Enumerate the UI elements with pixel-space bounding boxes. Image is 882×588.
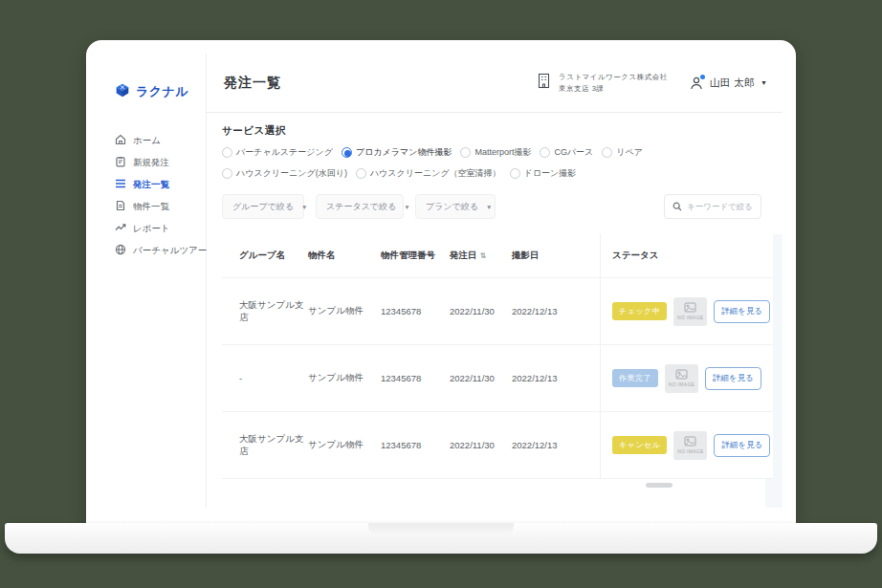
notification-dot <box>700 75 705 79</box>
cell-order-date: 2022/11/30 <box>450 306 512 316</box>
col-header-shooting-date: 撮影日 <box>512 250 600 262</box>
chart-line-icon <box>115 222 126 235</box>
laptop-screen: ラクナル ホーム <box>86 40 796 524</box>
brand-name: ラクナル <box>136 83 188 100</box>
cell-shooting-date: 2022/12/13 <box>512 440 600 450</box>
view-detail-button[interactable]: 詳細を見る <box>705 367 761 390</box>
radio-matterport[interactable]: Matterport撮影 <box>460 146 531 159</box>
laptop-mockup-stage: ラクナル ホーム <box>0 0 882 588</box>
page-title: 発注一覧 <box>224 75 281 92</box>
status-filter-dropdown[interactable]: ステータスで絞る ▼ <box>316 194 404 219</box>
col-header-status: ステータス <box>600 234 773 277</box>
radio-drone[interactable]: ドローン撮影 <box>510 167 577 180</box>
user-icon <box>689 76 704 91</box>
list-icon <box>115 178 126 191</box>
sidebar-item-label: 発注一覧 <box>133 179 169 191</box>
keyword-search[interactable] <box>664 194 761 219</box>
building-icon <box>537 73 551 93</box>
radio-icon <box>342 147 352 158</box>
view-detail-button[interactable]: 詳細を見る <box>714 434 770 457</box>
cell-order-date: 2022/11/30 <box>450 373 512 383</box>
radio-icon <box>540 147 550 158</box>
sort-icon[interactable]: ⇅ <box>480 251 487 260</box>
cell-order-date: 2022/11/30 <box>450 440 512 450</box>
horizontal-scrollbar-thumb[interactable] <box>646 483 673 488</box>
radio-icon <box>222 168 232 179</box>
cell-shooting-date: 2022/12/13 <box>512 306 600 316</box>
topbar: 発注一覧 ラストマイルワークス株式会社 東京支店 3課 <box>207 54 783 113</box>
sidebar-item-order-list[interactable]: 発注一覧 <box>99 178 206 191</box>
user-name: 山田 太郎 <box>710 76 755 90</box>
no-image-thumbnail: NO IMAGE <box>673 431 707 460</box>
col-header-group: グループ名 <box>222 250 308 262</box>
cell-group: 大阪サンプル支店 <box>222 299 308 324</box>
sidebar-item-label: 物件一覧 <box>133 201 169 213</box>
sidebar-item-label: 新規発注 <box>133 157 169 169</box>
sidebar-item-new-order[interactable]: 新規発注 <box>99 156 206 169</box>
orders-table: グループ名 物件名 物件管理番号 発注日 ⇅ 撮影日 ステータス <box>222 234 773 508</box>
table-row[interactable]: 大阪サンプル支店 サンプル物件 12345678 2022/11/30 2022… <box>222 412 773 479</box>
table-row-partial <box>222 479 773 508</box>
sidebar-item-home[interactable]: ホーム <box>99 134 206 147</box>
app-window: ラクナル ホーム <box>99 54 783 508</box>
col-header-property: 物件名 <box>308 250 381 262</box>
radio-icon <box>222 147 232 158</box>
radio-icon <box>510 168 520 179</box>
group-filter-dropdown[interactable]: グループで絞る ▼ <box>222 194 304 219</box>
col-header-order-date[interactable]: 発注日 ⇅ <box>450 250 512 262</box>
chevron-down-icon: ▼ <box>404 204 409 210</box>
company-info[interactable]: ラストマイルワークス株式会社 東京支店 3課 <box>559 72 668 95</box>
home-icon <box>115 134 126 147</box>
cell-management-no: 12345678 <box>381 440 450 450</box>
sidebar-item-report[interactable]: レポート <box>99 222 206 235</box>
status-badge: キャンセル <box>612 436 667 454</box>
filter-bar: グループで絞る ▼ ステータスで絞る ▼ プランで絞る ▼ <box>222 194 773 219</box>
sidebar-nav: ホーム 新規発注 <box>99 134 206 257</box>
radio-repair[interactable]: リペア <box>602 146 643 159</box>
cell-property: サンプル物件 <box>308 439 381 451</box>
clipboard-icon <box>115 156 126 169</box>
company-branch: 東京支店 3課 <box>559 83 668 95</box>
service-options: バーチャルステージング プロカメラマン物件撮影 Matterport撮影 <box>222 146 758 180</box>
sidebar: ラクナル ホーム <box>99 54 207 508</box>
radio-icon <box>602 147 612 158</box>
table-row[interactable]: - サンプル物件 12345678 2022/11/30 2022/12/13 … <box>222 345 773 412</box>
sidebar-item-virtual-tour[interactable]: バーチャルツアー <box>99 244 206 257</box>
sidebar-item-label: バーチャルツアー <box>133 245 207 257</box>
main-area: 発注一覧 ラストマイルワークス株式会社 東京支店 3課 <box>207 54 783 508</box>
cell-status: チェック中 NO IMAGE 詳細を見る <box>600 278 773 344</box>
document-icon <box>115 200 126 213</box>
radio-virtual-staging[interactable]: バーチャルステージング <box>222 146 333 159</box>
table-row[interactable]: 大阪サンプル支店 サンプル物件 12345678 2022/11/30 2022… <box>222 278 773 345</box>
sidebar-item-label: レポート <box>133 223 170 235</box>
radio-icon <box>460 147 471 158</box>
view-detail-button[interactable]: 詳細を見る <box>714 300 770 323</box>
table-header-row: グループ名 物件名 物件管理番号 発注日 ⇅ 撮影日 ステータス <box>222 234 773 278</box>
sidebar-item-label: ホーム <box>133 135 161 147</box>
search-input[interactable] <box>687 202 753 211</box>
radio-house-cleaning-water[interactable]: ハウスクリーニング(水回り) <box>222 167 347 180</box>
brand-logo[interactable]: ラクナル <box>99 54 206 107</box>
laptop-notch <box>368 523 514 535</box>
company-name: ラストマイルワークス株式会社 <box>559 72 668 83</box>
cell-group: - <box>222 373 308 383</box>
col-header-management-no: 物件管理番号 <box>381 250 450 262</box>
radio-house-cleaning-vacant[interactable]: ハウスクリーニング（空室清掃） <box>356 167 501 180</box>
cell-management-no: 12345678 <box>381 373 450 383</box>
plan-filter-dropdown[interactable]: プランで絞る ▼ <box>415 194 496 219</box>
laptop-base <box>5 523 877 554</box>
sidebar-item-property-list[interactable]: 物件一覧 <box>99 200 206 213</box>
service-select-label: サービス選択 <box>222 124 773 138</box>
chevron-down-icon: ▼ <box>761 79 767 86</box>
cell-group: 大阪サンプル支店 <box>222 433 308 458</box>
radio-icon <box>356 168 366 179</box>
content: サービス選択 バーチャルステージング プロカメラマン物件撮影 Matter <box>207 113 783 508</box>
radio-pro-photographer[interactable]: プロカメラマン物件撮影 <box>342 146 452 159</box>
cell-management-no: 12345678 <box>381 306 450 316</box>
user-menu[interactable]: 山田 太郎 ▼ <box>689 76 767 91</box>
cell-property: サンプル物件 <box>308 305 381 317</box>
cell-shooting-date: 2022/12/13 <box>512 373 600 383</box>
chevron-down-icon: ▼ <box>301 204 307 210</box>
radio-cg-perspective[interactable]: CGパース <box>540 146 593 159</box>
status-badge: 作業完了 <box>612 369 658 387</box>
